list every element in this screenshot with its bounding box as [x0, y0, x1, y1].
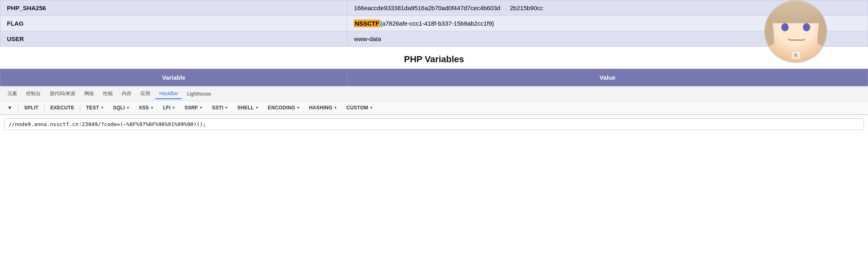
hackbar-xss-arrow: ▼	[150, 106, 154, 110]
hackbar-ssrf-arrow: ▼	[199, 106, 203, 110]
hackbar-ssrf-label: SSRF	[184, 105, 198, 111]
url-input-area	[0, 115, 868, 133]
php-var-column-variable: Variable	[0, 69, 347, 86]
hackbar-ssti-btn[interactable]: SSTI ▼	[208, 103, 232, 112]
php-var-header-row: Variable Value	[0, 69, 868, 86]
hackbar-test-arrow: ▼	[100, 106, 104, 110]
info-table-area: PHP_SHA256 166eaccde933381da9516a2b70ad0…	[0, 0, 868, 47]
hackbar-first-arrow: ▼	[7, 105, 12, 111]
hackbar-custom-arrow: ▼	[369, 106, 373, 110]
table-key: PHP_SHA256	[0, 0, 347, 16]
hackbar-encoding-arrow: ▼	[296, 106, 300, 110]
hackbar-sqli-label: SQLI	[113, 105, 125, 111]
devtools-bar: 元素 控制台 源代码/来源 网络 性能 内存 应用 HackBar Lighth…	[0, 86, 868, 101]
devtools-tab-application[interactable]: 应用	[136, 88, 154, 99]
flag-value: {a7826afe-ccc1-418f-b337-15b8ab2cc1f9}	[380, 20, 494, 27]
flag-prefix: NSSCTF	[354, 20, 380, 27]
table-value-user: www-data	[347, 31, 868, 47]
hackbar-lfi-label: LFI	[163, 105, 171, 111]
php-var-column-value: Value	[347, 69, 868, 86]
table-value-flag: NSSCTF{a7826afe-ccc1-418f-b337-15b8ab2cc…	[347, 16, 868, 31]
hackbar-split-btn[interactable]: SPLIT	[20, 103, 43, 112]
devtools-tab-network[interactable]: 网络	[80, 88, 98, 99]
hackbar-hashing-label: HASHING	[309, 105, 332, 111]
hackbar-test-label: TEST	[86, 105, 99, 111]
hackbar-sep-1	[44, 104, 45, 112]
hackbar-toolbar: ▼ SPLIT EXECUTE TEST ▼ SQLI ▼ XSS ▼ LFI …	[0, 101, 868, 115]
devtools-tab-hackbar[interactable]: HackBar	[155, 89, 182, 99]
hackbar-ssti-label: SSTI	[212, 105, 224, 111]
table-row-user: USER www-data	[0, 31, 868, 47]
hackbar-execute-btn[interactable]: EXECUTE	[46, 103, 79, 112]
hackbar-hashing-btn[interactable]: HASHING ▼	[305, 103, 342, 112]
table-value: 166eaccde933381da9516a2b70ad0f447d7cec4b…	[347, 0, 868, 16]
hackbar-shell-label: SHELL	[237, 105, 254, 111]
table-key-flag: FLAG	[0, 16, 347, 31]
url-input[interactable]	[4, 118, 864, 130]
devtools-tab-memory[interactable]: 内存	[118, 88, 136, 99]
table-row: PHP_SHA256 166eaccde933381da9516a2b70ad0…	[0, 0, 868, 16]
devtools-tab-sources[interactable]: 源代码/来源	[46, 88, 79, 99]
main-content: PHP_SHA256 166eaccde933381da9516a2b70ad0…	[0, 0, 868, 133]
hackbar-ssti-arrow: ▼	[225, 106, 228, 110]
hackbar-sqli-arrow: ▼	[126, 106, 130, 110]
hackbar-xss-btn[interactable]: XSS ▼	[135, 103, 158, 112]
hackbar-lfi-arrow: ▼	[172, 106, 175, 110]
hackbar-encoding-btn[interactable]: ENCODING ▼	[264, 103, 304, 112]
hackbar-lfi-btn[interactable]: LFI ▼	[159, 103, 180, 112]
sha256-value-part1: 166eaccde933381da9516a2b70ad0f447d7cec4b…	[354, 4, 500, 11]
devtools-tab-console[interactable]: 控制台	[22, 88, 45, 99]
hackbar-sep-2	[80, 104, 80, 112]
table-key-user: USER	[0, 31, 347, 47]
hackbar-custom-label: CUSTOM	[346, 105, 368, 111]
hackbar-encoding-label: ENCODING	[268, 105, 295, 111]
main-container: PHP_SHA256 166eaccde933381da9516a2b70ad0…	[0, 0, 868, 259]
table-row-flag: FLAG NSSCTF{a7826afe-ccc1-418f-b337-15b8…	[0, 16, 868, 31]
hackbar-custom-btn[interactable]: CUSTOM ▼	[342, 103, 377, 112]
devtools-tab-performance[interactable]: 性能	[99, 88, 117, 99]
hackbar-sqli-btn[interactable]: SQLI ▼	[109, 103, 134, 112]
php-var-table: Variable Value	[0, 69, 868, 86]
sha256-value-part2: 2b215b90cc	[510, 4, 543, 11]
hackbar-xss-label: XSS	[139, 105, 149, 111]
hackbar-sep-0	[18, 104, 18, 112]
php-variables-heading: PHP Variables	[0, 47, 868, 69]
devtools-tab-lighthouse[interactable]: Lighthouse	[183, 89, 215, 99]
info-table: PHP_SHA256 166eaccde933381da9516a2b70ad0…	[0, 0, 868, 47]
hackbar-hashing-arrow: ▼	[334, 106, 338, 110]
hackbar-shell-btn[interactable]: SHELL ▼	[233, 103, 263, 112]
sha256-value-ellipsis: …	[502, 4, 508, 11]
hackbar-test-btn[interactable]: TEST ▼	[82, 103, 108, 112]
devtools-tab-elements[interactable]: 元素	[3, 88, 21, 99]
hackbar-arrow-btn[interactable]: ▼	[3, 103, 16, 112]
hackbar-ssrf-btn[interactable]: SSRF ▼	[180, 103, 207, 112]
hackbar-shell-arrow: ▼	[255, 106, 259, 110]
